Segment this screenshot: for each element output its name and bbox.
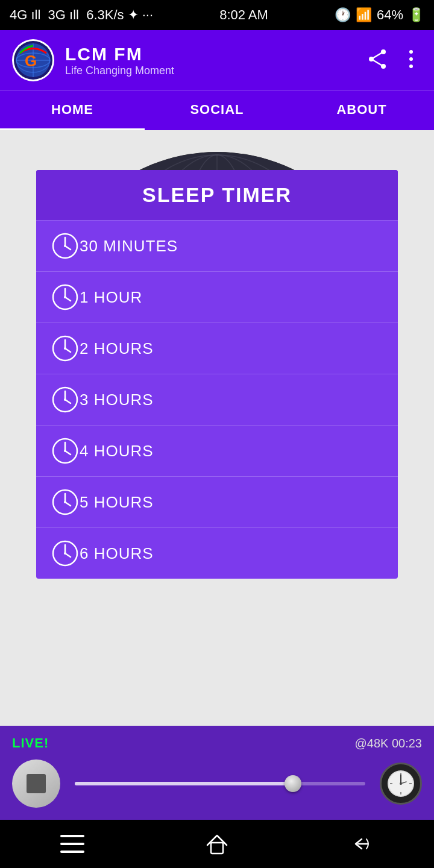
timer-option-3hr[interactable]: 3 HOURS — [36, 374, 398, 425]
timer-label-5hr: 5 HOURS — [80, 493, 154, 512]
tab-home[interactable]: HOME — [0, 91, 145, 130]
clock-icon-30min — [51, 231, 80, 260]
sleep-timer-panel: SLEEP TIMER 30 MINUTES 1 HOUR — [36, 170, 398, 579]
sleep-timer-header: SLEEP TIMER — [36, 170, 398, 220]
timer-option-6hr[interactable]: 6 HOURS — [36, 527, 398, 579]
status-bar: 4G ıll 3G ıll 6.3K/s ✦ ··· 8:02 AM 🕐 📶 6… — [0, 0, 434, 30]
status-time: 8:02 AM — [219, 7, 268, 23]
status-network: 4G ıll 3G ıll 6.3K/s ✦ ··· — [10, 7, 153, 23]
player-top-row: LIVE! @48K 00:23 — [12, 735, 422, 751]
sleep-timer-title: SLEEP TIMER — [49, 183, 385, 207]
timer-option-30min[interactable]: 30 MINUTES — [36, 220, 398, 271]
svg-point-13 — [409, 57, 413, 61]
timer-clock-icon — [386, 769, 416, 799]
nav-menu-button[interactable] — [60, 835, 84, 853]
sleep-timer-button[interactable] — [380, 763, 422, 805]
status-right: 🕐 📶 64% 🔋 — [335, 7, 424, 23]
progress-bar[interactable] — [75, 782, 365, 785]
clock-icon-4hr — [51, 436, 80, 465]
player-meta: @48K 00:23 — [355, 737, 423, 750]
svg-line-43 — [65, 451, 71, 454]
menu-icon — [60, 835, 84, 853]
svg-line-31 — [65, 297, 71, 301]
progress-fill — [75, 782, 293, 785]
clock-icon-6hr — [51, 539, 80, 568]
timer-label-30min: 30 MINUTES — [80, 237, 178, 256]
nav-back-button[interactable] — [350, 832, 374, 856]
tab-social[interactable]: SOCIAL — [145, 91, 289, 130]
live-badge: LIVE! — [12, 735, 49, 751]
logo-svg: G — [14, 41, 53, 80]
svg-line-51 — [65, 553, 71, 557]
more-options-button[interactable] — [400, 48, 422, 72]
timer-label-2hr: 2 HOURS — [80, 339, 154, 358]
svg-line-10 — [371, 52, 383, 59]
app-logo: G — [12, 39, 54, 81]
clock-icon-3hr — [51, 385, 80, 414]
clock-icon-1hr — [51, 283, 80, 312]
bottom-spacer — [0, 690, 434, 726]
app-bar: G LCM FM Life Changing Moment — [0, 30, 434, 90]
stop-icon — [27, 774, 46, 793]
svg-line-11 — [371, 59, 383, 66]
svg-rect-64 — [211, 843, 223, 854]
svg-text:G: G — [25, 52, 37, 70]
battery-icon: 🔋 — [408, 7, 424, 23]
svg-line-35 — [65, 348, 71, 352]
status-left: 4G ıll 3G ıll 6.3K/s ✦ ··· — [10, 7, 153, 23]
app-title-group: LCM FM Life Changing Moment — [65, 44, 366, 77]
android-nav-bar — [0, 820, 434, 868]
timer-label-1hr: 1 HOUR — [80, 288, 142, 307]
clock-icon-5hr — [51, 488, 80, 517]
app-subtitle: Life Changing Moment — [65, 64, 366, 77]
timer-label-6hr: 6 HOURS — [80, 544, 154, 563]
home-icon — [205, 832, 229, 856]
timer-option-1hr[interactable]: 1 HOUR — [36, 271, 398, 322]
timer-option-2hr[interactable]: 2 HOURS — [36, 322, 398, 374]
svg-rect-61 — [60, 835, 84, 837]
svg-line-39 — [65, 400, 71, 403]
main-content: SLEEP TIMER 30 MINUTES 1 HOUR — [0, 134, 434, 690]
share-button[interactable] — [366, 48, 388, 72]
svg-point-12 — [409, 50, 413, 54]
app-title: LCM FM — [65, 44, 366, 64]
timer-option-5hr[interactable]: 5 HOURS — [36, 476, 398, 527]
svg-point-14 — [409, 64, 413, 68]
timer-label-4hr: 4 HOURS — [80, 442, 154, 461]
tab-about[interactable]: ABOUT — [289, 91, 434, 130]
nav-tabs: HOME SOCIAL ABOUT — [0, 90, 434, 130]
player-bar: LIVE! @48K 00:23 — [0, 726, 434, 820]
svg-line-27 — [65, 246, 71, 250]
svg-rect-62 — [60, 843, 84, 845]
svg-rect-63 — [60, 851, 84, 853]
player-controls — [12, 760, 422, 808]
svg-line-47 — [65, 502, 71, 506]
progress-thumb — [285, 775, 301, 792]
wifi-icon: 📶 — [356, 7, 372, 23]
battery-text: 64% — [377, 7, 403, 23]
clock-status-icon: 🕐 — [335, 7, 351, 23]
timer-label-3hr: 3 HOURS — [80, 391, 154, 409]
nav-home-button[interactable] — [205, 832, 229, 856]
back-icon — [350, 832, 374, 856]
app-bar-actions — [366, 48, 422, 72]
stop-button[interactable] — [12, 760, 60, 808]
timer-option-4hr[interactable]: 4 HOURS — [36, 425, 398, 476]
clock-icon-2hr — [51, 334, 80, 363]
